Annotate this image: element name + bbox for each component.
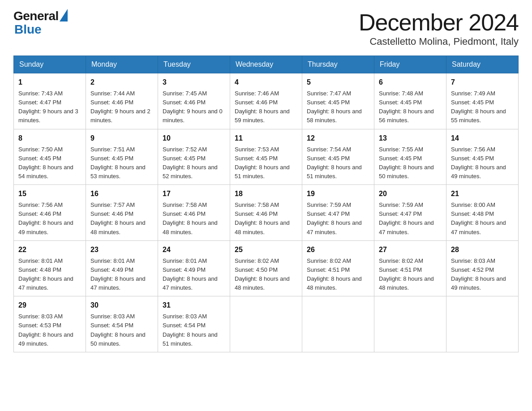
day-info: Sunrise: 8:00 AMSunset: 4:48 PMDaylight:…: [451, 201, 506, 235]
day-number: 2: [90, 77, 153, 88]
calendar-day-cell: 15Sunrise: 7:56 AMSunset: 4:46 PMDayligh…: [14, 185, 86, 241]
day-info: Sunrise: 8:02 AMSunset: 4:50 PMDaylight:…: [235, 257, 290, 291]
day-info: Sunrise: 7:44 AMSunset: 4:46 PMDaylight:…: [90, 90, 150, 124]
calendar-day-cell: 9Sunrise: 7:51 AMSunset: 4:45 PMDaylight…: [86, 129, 158, 185]
logo-general-text: General: [13, 9, 59, 23]
day-info: Sunrise: 8:01 AMSunset: 4:48 PMDaylight:…: [18, 257, 73, 291]
day-info: Sunrise: 8:03 AMSunset: 4:52 PMDaylight:…: [451, 257, 506, 291]
day-info: Sunrise: 7:48 AMSunset: 4:45 PMDaylight:…: [379, 90, 434, 124]
calendar-table: SundayMondayTuesdayWednesdayThursdayFrid…: [13, 56, 519, 352]
day-number: 10: [163, 133, 225, 144]
day-of-week-header: Sunday: [14, 56, 86, 73]
calendar-day-cell: 6Sunrise: 7:48 AMSunset: 4:45 PMDaylight…: [374, 73, 446, 129]
calendar-week-row: 15Sunrise: 7:56 AMSunset: 4:46 PMDayligh…: [14, 185, 519, 241]
calendar-day-cell: 18Sunrise: 7:58 AMSunset: 4:46 PMDayligh…: [230, 185, 302, 241]
calendar-day-cell: 8Sunrise: 7:50 AMSunset: 4:45 PMDaylight…: [14, 129, 86, 185]
day-info: Sunrise: 7:51 AMSunset: 4:45 PMDaylight:…: [90, 146, 146, 180]
logo-triangle-icon: [60, 9, 68, 21]
calendar-week-row: 1Sunrise: 7:43 AMSunset: 4:47 PMDaylight…: [14, 73, 519, 129]
day-number: 21: [451, 188, 514, 199]
calendar-day-cell: 27Sunrise: 8:02 AMSunset: 4:51 PMDayligh…: [374, 240, 446, 296]
day-of-week-header: Saturday: [446, 56, 519, 73]
day-number: 13: [379, 133, 442, 144]
day-info: Sunrise: 8:03 AMSunset: 4:54 PMDaylight:…: [163, 313, 218, 347]
day-of-week-header: Thursday: [302, 56, 374, 73]
day-number: 23: [90, 244, 153, 255]
day-info: Sunrise: 7:49 AMSunset: 4:45 PMDaylight:…: [451, 90, 506, 124]
day-number: 19: [307, 188, 369, 199]
day-info: Sunrise: 7:56 AMSunset: 4:46 PMDaylight:…: [18, 201, 73, 235]
day-info: Sunrise: 7:57 AMSunset: 4:46 PMDaylight:…: [90, 201, 146, 235]
day-info: Sunrise: 7:52 AMSunset: 4:45 PMDaylight:…: [163, 146, 218, 180]
day-number: 24: [163, 244, 225, 255]
day-number: 27: [379, 244, 442, 255]
day-of-week-header: Monday: [86, 56, 158, 73]
day-info: Sunrise: 8:03 AMSunset: 4:53 PMDaylight:…: [18, 313, 73, 347]
calendar-day-cell: 13Sunrise: 7:55 AMSunset: 4:45 PMDayligh…: [374, 129, 446, 185]
day-number: 15: [18, 188, 81, 199]
day-number: 30: [90, 300, 153, 311]
title-block: December 2024 Castelletto Molina, Piedmo…: [359, 9, 519, 47]
location-text: Castelletto Molina, Piedmont, Italy: [359, 36, 519, 47]
calendar-day-cell: 23Sunrise: 8:01 AMSunset: 4:49 PMDayligh…: [86, 240, 158, 296]
day-info: Sunrise: 8:01 AMSunset: 4:49 PMDaylight:…: [90, 257, 146, 291]
calendar-day-cell: 22Sunrise: 8:01 AMSunset: 4:48 PMDayligh…: [14, 240, 86, 296]
calendar-day-cell: [374, 296, 446, 352]
logo: General Blue: [13, 9, 68, 37]
day-info: Sunrise: 7:53 AMSunset: 4:45 PMDaylight:…: [235, 146, 290, 180]
calendar-day-cell: 16Sunrise: 7:57 AMSunset: 4:46 PMDayligh…: [86, 185, 158, 241]
day-info: Sunrise: 7:55 AMSunset: 4:45 PMDaylight:…: [379, 146, 434, 180]
page-header: General Blue December 2024 Castelletto M…: [13, 9, 519, 47]
calendar-day-cell: 20Sunrise: 7:59 AMSunset: 4:47 PMDayligh…: [374, 185, 446, 241]
month-title: December 2024: [359, 9, 519, 36]
day-number: 1: [18, 77, 81, 88]
day-info: Sunrise: 8:02 AMSunset: 4:51 PMDaylight:…: [379, 257, 434, 291]
day-number: 17: [163, 188, 225, 199]
calendar-day-cell: 28Sunrise: 8:03 AMSunset: 4:52 PMDayligh…: [446, 240, 519, 296]
day-number: 16: [90, 188, 153, 199]
calendar-day-cell: 3Sunrise: 7:45 AMSunset: 4:46 PMDaylight…: [158, 73, 230, 129]
calendar-day-cell: [230, 296, 302, 352]
day-info: Sunrise: 7:59 AMSunset: 4:47 PMDaylight:…: [307, 201, 362, 235]
day-number: 4: [235, 77, 297, 88]
day-info: Sunrise: 7:43 AMSunset: 4:47 PMDaylight:…: [18, 90, 78, 124]
day-info: Sunrise: 7:50 AMSunset: 4:45 PMDaylight:…: [18, 146, 73, 180]
day-info: Sunrise: 8:01 AMSunset: 4:49 PMDaylight:…: [163, 257, 218, 291]
calendar-day-cell: 29Sunrise: 8:03 AMSunset: 4:53 PMDayligh…: [14, 296, 86, 352]
calendar-week-row: 29Sunrise: 8:03 AMSunset: 4:53 PMDayligh…: [14, 296, 519, 352]
day-info: Sunrise: 7:56 AMSunset: 4:45 PMDaylight:…: [451, 146, 506, 180]
day-number: 18: [235, 188, 297, 199]
day-number: 31: [163, 300, 225, 311]
day-info: Sunrise: 7:58 AMSunset: 4:46 PMDaylight:…: [235, 201, 290, 235]
day-number: 25: [235, 244, 297, 255]
calendar-day-cell: 10Sunrise: 7:52 AMSunset: 4:45 PMDayligh…: [158, 129, 230, 185]
calendar-week-row: 22Sunrise: 8:01 AMSunset: 4:48 PMDayligh…: [14, 240, 519, 296]
day-info: Sunrise: 7:47 AMSunset: 4:45 PMDaylight:…: [307, 90, 362, 124]
calendar-day-cell: 31Sunrise: 8:03 AMSunset: 4:54 PMDayligh…: [158, 296, 230, 352]
day-number: 12: [307, 133, 369, 144]
day-info: Sunrise: 8:02 AMSunset: 4:51 PMDaylight:…: [307, 257, 362, 291]
day-number: 22: [18, 244, 81, 255]
calendar-day-cell: 30Sunrise: 8:03 AMSunset: 4:54 PMDayligh…: [86, 296, 158, 352]
calendar-day-cell: 17Sunrise: 7:58 AMSunset: 4:46 PMDayligh…: [158, 185, 230, 241]
day-number: 6: [379, 77, 442, 88]
day-number: 26: [307, 244, 369, 255]
day-number: 20: [379, 188, 442, 199]
calendar-week-row: 8Sunrise: 7:50 AMSunset: 4:45 PMDaylight…: [14, 129, 519, 185]
day-info: Sunrise: 7:59 AMSunset: 4:47 PMDaylight:…: [379, 201, 434, 235]
calendar-day-cell: 2Sunrise: 7:44 AMSunset: 4:46 PMDaylight…: [86, 73, 158, 129]
day-number: 9: [90, 133, 153, 144]
calendar-day-cell: 12Sunrise: 7:54 AMSunset: 4:45 PMDayligh…: [302, 129, 374, 185]
calendar-day-cell: 19Sunrise: 7:59 AMSunset: 4:47 PMDayligh…: [302, 185, 374, 241]
calendar-day-cell: 25Sunrise: 8:02 AMSunset: 4:50 PMDayligh…: [230, 240, 302, 296]
day-number: 5: [307, 77, 369, 88]
calendar-day-cell: 26Sunrise: 8:02 AMSunset: 4:51 PMDayligh…: [302, 240, 374, 296]
day-of-week-header: Friday: [374, 56, 446, 73]
day-number: 29: [18, 300, 81, 311]
calendar-day-cell: [446, 296, 519, 352]
day-info: Sunrise: 7:58 AMSunset: 4:46 PMDaylight:…: [163, 201, 218, 235]
calendar-day-cell: 24Sunrise: 8:01 AMSunset: 4:49 PMDayligh…: [158, 240, 230, 296]
day-number: 28: [451, 244, 514, 255]
calendar-day-cell: [302, 296, 374, 352]
day-number: 3: [163, 77, 225, 88]
